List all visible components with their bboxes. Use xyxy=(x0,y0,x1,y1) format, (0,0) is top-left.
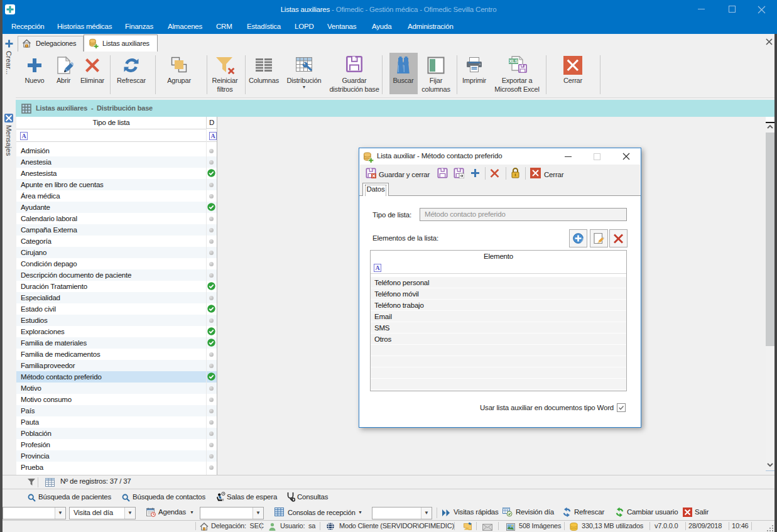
svg-text:A: A xyxy=(210,133,215,139)
svg-text:A: A xyxy=(21,133,26,139)
svg-text:A: A xyxy=(375,264,380,271)
svg-text:XLS: XLS xyxy=(509,58,518,64)
